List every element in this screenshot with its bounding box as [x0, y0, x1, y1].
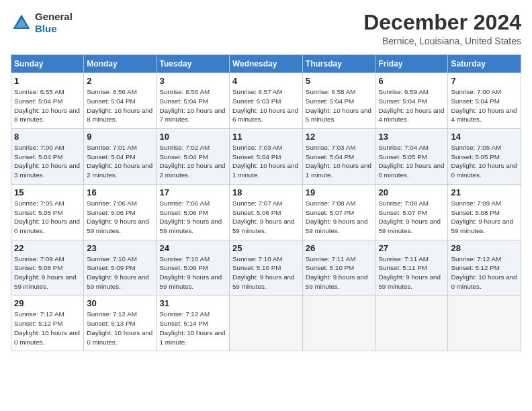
- day-number: 12: [306, 132, 373, 142]
- day-info: Sunrise: 7:10 AM Sunset: 5:09 PM Dayligh…: [87, 255, 153, 291]
- calendar-day-empty: [229, 295, 302, 351]
- header: General Blue December 2024 Bernice, Loui…: [11, 11, 521, 46]
- day-info: Sunrise: 7:06 AM Sunset: 5:06 PM Dayligh…: [87, 199, 153, 236]
- day-info: Sunrise: 7:08 AM Sunset: 5:07 PM Dayligh…: [378, 199, 445, 236]
- calendar-day-4: 4Sunrise: 6:57 AM Sunset: 5:03 PM Daylig…: [229, 73, 302, 129]
- day-info: Sunrise: 6:55 AM Sunset: 5:04 PM Dayligh…: [14, 87, 81, 124]
- logo-general: General: [35, 11, 73, 22]
- day-info: Sunrise: 6:59 AM Sunset: 5:04 PM Dayligh…: [378, 87, 445, 124]
- calendar-day-3: 3Sunrise: 6:56 AM Sunset: 5:04 PM Daylig…: [157, 73, 229, 129]
- day-info: Sunrise: 6:56 AM Sunset: 5:04 PM Dayligh…: [87, 87, 153, 124]
- day-number: 21: [451, 187, 518, 197]
- calendar-day-14: 14Sunrise: 7:05 AM Sunset: 5:05 PM Dayli…: [448, 129, 521, 185]
- calendar-day-22: 22Sunrise: 7:09 AM Sunset: 5:08 PM Dayli…: [11, 240, 84, 295]
- day-info: Sunrise: 6:56 AM Sunset: 5:04 PM Dayligh…: [160, 87, 226, 124]
- calendar-day-20: 20Sunrise: 7:08 AM Sunset: 5:07 PM Dayli…: [375, 184, 448, 240]
- calendar-week-1: 1Sunrise: 6:55 AM Sunset: 5:04 PM Daylig…: [11, 73, 521, 129]
- day-number: 4: [232, 76, 300, 86]
- day-info: Sunrise: 7:12 AM Sunset: 5:13 PM Dayligh…: [87, 310, 153, 347]
- day-info: Sunrise: 7:03 AM Sunset: 5:04 PM Dayligh…: [232, 143, 300, 180]
- day-info: Sunrise: 7:12 AM Sunset: 5:14 PM Dayligh…: [160, 310, 226, 347]
- day-number: 9: [87, 132, 153, 142]
- calendar-day-7: 7Sunrise: 7:00 AM Sunset: 5:04 PM Daylig…: [448, 73, 521, 129]
- calendar-day-23: 23Sunrise: 7:10 AM Sunset: 5:09 PM Dayli…: [84, 240, 157, 295]
- day-info: Sunrise: 7:12 AM Sunset: 5:12 PM Dayligh…: [14, 310, 81, 347]
- calendar-body: 1Sunrise: 6:55 AM Sunset: 5:04 PM Daylig…: [11, 73, 521, 351]
- column-header-friday: Friday: [375, 55, 448, 73]
- calendar-day-13: 13Sunrise: 7:04 AM Sunset: 5:05 PM Dayli…: [375, 129, 448, 185]
- calendar-day-30: 30Sunrise: 7:12 AM Sunset: 5:13 PM Dayli…: [84, 295, 157, 351]
- calendar-header-row: SundayMondayTuesdayWednesdayThursdayFrid…: [11, 55, 521, 73]
- day-number: 17: [160, 187, 226, 197]
- day-number: 26: [306, 243, 373, 253]
- calendar-day-18: 18Sunrise: 7:07 AM Sunset: 5:06 PM Dayli…: [229, 184, 302, 240]
- day-number: 14: [451, 132, 518, 142]
- day-info: Sunrise: 7:05 AM Sunset: 5:05 PM Dayligh…: [14, 199, 81, 236]
- day-number: 8: [14, 132, 81, 142]
- day-number: 7: [451, 76, 518, 86]
- calendar-day-5: 5Sunrise: 6:58 AM Sunset: 5:04 PM Daylig…: [302, 73, 375, 129]
- calendar-day-1: 1Sunrise: 6:55 AM Sunset: 5:04 PM Daylig…: [11, 73, 84, 129]
- day-number: 31: [160, 298, 226, 308]
- calendar-day-15: 15Sunrise: 7:05 AM Sunset: 5:05 PM Dayli…: [11, 184, 84, 240]
- day-info: Sunrise: 7:09 AM Sunset: 5:08 PM Dayligh…: [451, 199, 518, 236]
- calendar-day-28: 28Sunrise: 7:12 AM Sunset: 5:12 PM Dayli…: [448, 240, 521, 295]
- calendar-day-8: 8Sunrise: 7:00 AM Sunset: 5:04 PM Daylig…: [11, 129, 84, 185]
- day-number: 16: [87, 187, 153, 197]
- calendar-day-11: 11Sunrise: 7:03 AM Sunset: 5:04 PM Dayli…: [229, 129, 302, 185]
- calendar-day-27: 27Sunrise: 7:11 AM Sunset: 5:11 PM Dayli…: [375, 240, 448, 295]
- day-number: 27: [378, 243, 445, 253]
- logo-blue: Blue: [35, 23, 57, 34]
- day-info: Sunrise: 7:09 AM Sunset: 5:08 PM Dayligh…: [14, 255, 81, 291]
- day-info: Sunrise: 7:10 AM Sunset: 5:09 PM Dayligh…: [160, 255, 226, 291]
- logo-icon: [11, 12, 32, 34]
- calendar-day-21: 21Sunrise: 7:09 AM Sunset: 5:08 PM Dayli…: [448, 184, 521, 240]
- day-number: 22: [14, 243, 81, 253]
- day-info: Sunrise: 7:11 AM Sunset: 5:10 PM Dayligh…: [306, 255, 373, 291]
- day-number: 11: [232, 132, 300, 142]
- calendar-day-19: 19Sunrise: 7:08 AM Sunset: 5:07 PM Dayli…: [302, 184, 375, 240]
- calendar-day-2: 2Sunrise: 6:56 AM Sunset: 5:04 PM Daylig…: [84, 73, 157, 129]
- calendar-week-5: 29Sunrise: 7:12 AM Sunset: 5:12 PM Dayli…: [11, 295, 521, 351]
- logo: General Blue: [11, 11, 73, 35]
- day-number: 2: [87, 76, 153, 86]
- day-number: 18: [232, 187, 300, 197]
- day-info: Sunrise: 7:00 AM Sunset: 5:04 PM Dayligh…: [14, 143, 81, 180]
- day-number: 23: [87, 243, 153, 253]
- title-area: December 2024 Bernice, Louisiana, United…: [363, 11, 521, 46]
- day-info: Sunrise: 7:05 AM Sunset: 5:05 PM Dayligh…: [451, 143, 518, 180]
- day-info: Sunrise: 7:12 AM Sunset: 5:12 PM Dayligh…: [451, 255, 518, 291]
- day-number: 3: [160, 76, 226, 86]
- calendar-table: SundayMondayTuesdayWednesdayThursdayFrid…: [11, 54, 521, 351]
- calendar-week-4: 22Sunrise: 7:09 AM Sunset: 5:08 PM Dayli…: [11, 240, 521, 295]
- day-info: Sunrise: 6:58 AM Sunset: 5:04 PM Dayligh…: [306, 87, 373, 124]
- day-number: 13: [378, 132, 445, 142]
- column-header-sunday: Sunday: [11, 55, 84, 73]
- day-number: 20: [378, 187, 445, 197]
- day-number: 29: [14, 298, 81, 308]
- day-info: Sunrise: 7:06 AM Sunset: 5:06 PM Dayligh…: [160, 199, 226, 236]
- column-header-wednesday: Wednesday: [229, 55, 302, 73]
- day-number: 30: [87, 298, 153, 308]
- day-number: 10: [160, 132, 226, 142]
- calendar-day-12: 12Sunrise: 7:03 AM Sunset: 5:04 PM Dayli…: [302, 129, 375, 185]
- day-info: Sunrise: 7:10 AM Sunset: 5:10 PM Dayligh…: [232, 255, 300, 291]
- day-info: Sunrise: 7:04 AM Sunset: 5:05 PM Dayligh…: [378, 143, 445, 180]
- column-header-tuesday: Tuesday: [157, 55, 229, 73]
- day-number: 5: [306, 76, 373, 86]
- column-header-thursday: Thursday: [302, 55, 375, 73]
- calendar-day-6: 6Sunrise: 6:59 AM Sunset: 5:04 PM Daylig…: [375, 73, 448, 129]
- calendar-day-25: 25Sunrise: 7:10 AM Sunset: 5:10 PM Dayli…: [229, 240, 302, 295]
- day-number: 15: [14, 187, 81, 197]
- day-info: Sunrise: 7:08 AM Sunset: 5:07 PM Dayligh…: [306, 199, 373, 236]
- calendar-week-2: 8Sunrise: 7:00 AM Sunset: 5:04 PM Daylig…: [11, 129, 521, 185]
- day-info: Sunrise: 7:01 AM Sunset: 5:04 PM Dayligh…: [87, 143, 153, 180]
- day-info: Sunrise: 7:11 AM Sunset: 5:11 PM Dayligh…: [378, 255, 445, 291]
- day-number: 25: [232, 243, 300, 253]
- calendar-day-24: 24Sunrise: 7:10 AM Sunset: 5:09 PM Dayli…: [157, 240, 229, 295]
- month-title: December 2024: [363, 11, 521, 34]
- calendar-day-empty: [375, 295, 448, 351]
- day-info: Sunrise: 7:02 AM Sunset: 5:04 PM Dayligh…: [160, 143, 226, 180]
- calendar-day-29: 29Sunrise: 7:12 AM Sunset: 5:12 PM Dayli…: [11, 295, 84, 351]
- day-number: 28: [451, 243, 518, 253]
